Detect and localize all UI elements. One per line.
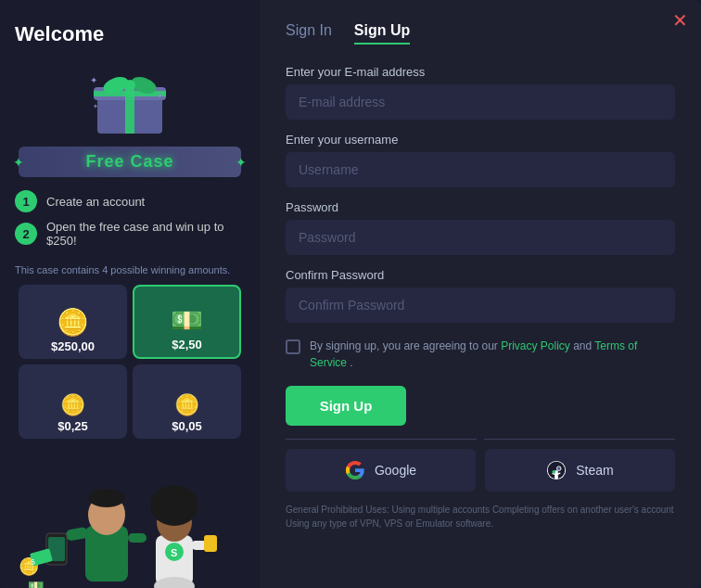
email-field[interactable] [286,84,675,120]
steps-list: 1 Create an account 2 Open the free case… [15,190,245,255]
gift-box-icon: ✦ ✦ ✦ [88,58,172,141]
tab-sign-up[interactable]: Sign Up [354,19,410,45]
svg-point-6 [124,80,135,91]
free-case-label: Free Case [85,152,173,171]
modal: ✕ Welcome ✦ ✦ [0,0,701,588]
svg-text:✦: ✦ [157,92,163,100]
terms-checkbox[interactable] [286,339,300,354]
step-1: 1 Create an account [15,190,245,212]
password-field[interactable] [286,220,675,255]
confirm-password-label: Confirm Password [286,268,675,282]
steam-icon [546,460,567,480]
sparkle-left-icon: ✦ [13,155,24,170]
welcome-title: Welcome [15,22,104,46]
google-icon [345,460,365,480]
step-2-number: 2 [15,223,37,245]
prize-4-icon: 🪙 [174,393,199,417]
confirm-password-form-group: Confirm Password [286,268,675,323]
svg-rect-16 [65,527,89,542]
prize-2-amount: $2,50 [172,338,202,352]
svg-point-26 [150,485,198,526]
svg-text:✦: ✦ [90,75,97,85]
tab-sign-in[interactable]: Sign In [286,19,332,45]
divider [286,439,675,440]
username-label: Enter your username [286,133,675,147]
svg-text:S: S [171,547,177,558]
step-2: 2 Open the free case and win up to $250! [15,220,245,248]
terms-label: By signing up, you are agreeing to our P… [310,338,675,371]
prize-card-2: 💵 $2,50 [133,285,241,359]
prizes-grid: 🪙 $250,00 💵 $2,50 🪙 $0,25 🪙 $0,05 [19,285,241,439]
prize-card-1: 🪙 $250,00 [19,285,127,359]
sparkle-right-icon: ✦ [236,155,247,170]
prize-2-icon: 💵 [171,305,203,336]
divider-line-right [484,439,675,440]
password-form-group: Password [286,200,675,255]
terms-suffix: . [350,356,352,369]
svg-point-15 [88,489,125,507]
privacy-policy-link[interactable]: Privacy Policy [501,339,570,352]
step-1-number: 1 [15,190,37,212]
case-info-text: This case contains 4 possible winning am… [15,264,245,275]
confirm-password-field[interactable] [286,288,675,323]
prize-1-icon: 🪙 [57,307,89,338]
characters-illustration: 🪙 💵 $ [19,452,241,588]
username-field[interactable] [286,152,675,187]
prize-card-3: 🪙 $0,25 [19,364,127,439]
svg-text:💵: 💵 [28,579,45,588]
prize-3-icon: 🪙 [60,393,85,417]
prize-card-4: 🪙 $0,05 [133,364,241,439]
terms-prefix: By signing up, you are agreeing to our [310,339,501,352]
google-btn-label: Google [375,463,416,478]
signup-button[interactable]: Sign Up [286,386,406,426]
svg-point-33 [557,467,562,471]
divider-line-left [286,439,477,440]
tabs: Sign In Sign Up [286,19,675,45]
svg-rect-17 [128,533,147,543]
svg-rect-28 [204,535,217,552]
prize-4-amount: $0,05 [172,419,202,433]
disclaimer-text: General Prohibited Uses: Using multiple … [286,503,675,530]
steam-btn-label: Steam [576,463,613,478]
svg-point-32 [553,470,556,474]
prize-3-amount: $0,25 [57,419,88,433]
email-label: Enter your E-mail address [286,65,675,79]
oauth-row: Google Steam [286,449,675,492]
close-button[interactable]: ✕ [672,11,688,30]
password-label: Password [286,200,675,214]
step-1-text: Create an account [46,195,145,209]
step-2-text: Open the free case and win up to $250! [46,220,245,248]
username-form-group: Enter your username [286,133,675,187]
terms-mid: and [573,339,594,352]
google-login-button[interactable]: Google [286,449,476,492]
right-panel: Sign In Sign Up Enter your E-mail addres… [260,0,701,588]
left-panel: Welcome ✦ ✦ ✦ [0,0,260,588]
steam-login-button[interactable]: Steam [485,449,675,492]
svg-rect-3 [94,91,166,96]
free-case-banner: ✦ Free Case ✦ [19,147,241,177]
svg-text:✦: ✦ [93,103,98,109]
prize-1-amount: $250,00 [51,339,95,353]
terms-checkbox-row: By signing up, you are agreeing to our P… [286,338,675,371]
email-form-group: Enter your E-mail address [286,65,675,120]
